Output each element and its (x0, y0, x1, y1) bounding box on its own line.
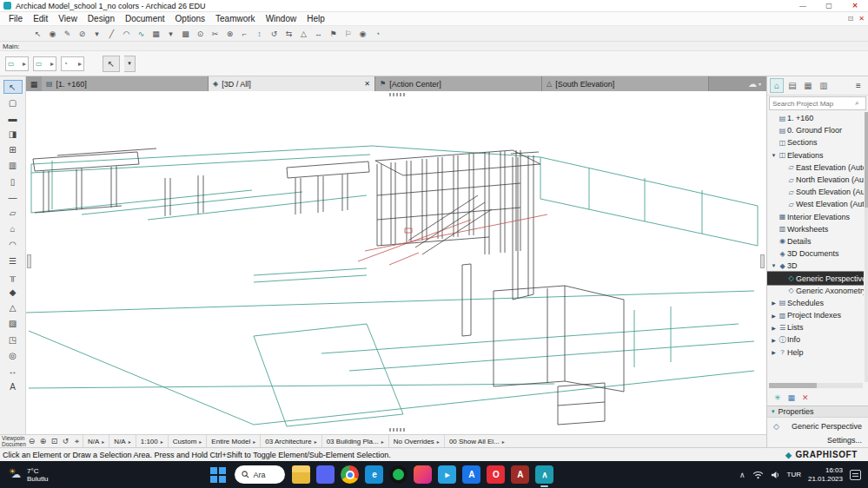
tree-item-info[interactable]: ▶ⓘInfo (767, 333, 864, 346)
text-tool[interactable]: A (4, 381, 22, 393)
chevron-right-icon[interactable]: ▶ (770, 300, 778, 306)
tree-item-schedules[interactable]: ▶▤Schedules (767, 297, 864, 309)
chevron-down-icon[interactable]: ▼ (770, 263, 778, 268)
wifi-icon[interactable] (752, 471, 764, 479)
zone-tool[interactable]: ▨ (4, 318, 22, 330)
quick-select-icon[interactable]: ◉ (46, 27, 59, 40)
tree-item-west-elevation-auto[interactable]: ▱West Elevation (Auto-... (767, 198, 864, 210)
tree-item-lists[interactable]: ▶☰Lists (767, 321, 864, 333)
pen-set-select[interactable]: 03 Building Pla...▸ (321, 435, 388, 447)
menu-window[interactable]: Window (261, 14, 302, 23)
teamwork-cloud-button[interactable]: ☁ ▾ (743, 76, 766, 91)
grid-settings-icon[interactable]: ▦ (788, 393, 796, 402)
tree-item-elevations[interactable]: ▼◫Elevations (767, 149, 864, 162)
start-button[interactable] (209, 465, 228, 485)
menu-design[interactable]: Design (83, 14, 120, 23)
spotify-icon[interactable] (389, 465, 407, 484)
zoom-out-icon[interactable]: ⊖ (26, 437, 37, 446)
language-indicator[interactable]: TUR (787, 471, 801, 478)
tab-close-icon[interactable]: ✕ (364, 80, 370, 88)
tab-action-center[interactable]: ⚑[Action Center] (375, 76, 542, 91)
selection-dropdown-icon[interactable]: ▾ (90, 27, 103, 40)
curtain-wall-tool[interactable]: ▥ (4, 160, 22, 172)
popup-navigator-icon[interactable]: ▦ (26, 76, 42, 91)
3d-viewport[interactable] (26, 91, 766, 434)
tree-item-3d[interactable]: ▼◆3D (767, 260, 864, 272)
settings-link[interactable]: Settings... (827, 436, 862, 445)
chrome-icon[interactable] (341, 465, 359, 484)
chevron-right-icon[interactable]: ▶ (770, 337, 778, 343)
properties-view-row[interactable]: ◇ Generic Perspective (767, 419, 868, 433)
maximize-button[interactable]: ▢ (816, 2, 842, 10)
project-map-search[interactable]: ⌕ (769, 96, 866, 110)
split-icon[interactable]: ✂ (209, 27, 222, 40)
chevron-right-icon[interactable]: ▶ (770, 349, 778, 355)
tree-item-south-elevation-auto[interactable]: ▱South Elevation (Auto... (767, 186, 864, 198)
grid-snap-icon[interactable]: ▦ (149, 27, 162, 40)
renovation-filter-select[interactable]: 00 Show All El...▸ (444, 435, 509, 447)
layout-book-icon[interactable]: ▦ (802, 79, 814, 92)
music-app-icon[interactable] (414, 465, 432, 484)
door-tool[interactable]: ◨ (4, 129, 22, 141)
layer-combination-select[interactable]: 03 Architecture▸ (260, 435, 321, 447)
scale-select[interactable]: 1:100▸ (136, 435, 168, 447)
splitter-handle-right[interactable] (760, 254, 765, 268)
tree-item-help[interactable]: ▶?Help (767, 346, 864, 359)
chevron-right-icon[interactable]: ▶ (770, 325, 778, 331)
morph-tool[interactable]: ◆ (4, 286, 22, 298)
slab-tool[interactable]: ▱ (4, 208, 22, 220)
adjust-icon[interactable]: ↕ (253, 27, 266, 40)
arrow-tool-button[interactable]: ↖ (103, 56, 120, 72)
drag-handle-bottom[interactable] (389, 428, 405, 432)
app-store-icon[interactable]: A (462, 465, 480, 484)
menu-help[interactable]: Help (301, 14, 330, 23)
drag-handle-top[interactable] (389, 93, 405, 96)
favorites-icon[interactable]: ✳ (774, 393, 781, 402)
tree-item-sections[interactable]: ◫Sections (767, 136, 864, 148)
marquee-tool[interactable]: ▢ (4, 96, 22, 109)
tree-item-east-elevation-auto[interactable]: ▱East Elevation (Auto-... (767, 162, 864, 174)
menu-file[interactable]: File (3, 14, 28, 23)
notification-center-icon[interactable] (850, 470, 861, 480)
tree-scrollbar-horizontal[interactable] (769, 383, 863, 388)
lamp-tool[interactable]: ◎ (4, 349, 22, 361)
tab-south-elevation[interactable]: △[South Elevation] (542, 76, 709, 91)
view-map-icon[interactable]: ▤ (786, 79, 798, 92)
wall-tool[interactable]: ▬ (4, 112, 22, 124)
quick-option-na-2[interactable]: N/A▸ (109, 435, 135, 447)
doc-close-icon[interactable]: ✕ (858, 15, 865, 23)
pen-icon[interactable]: ✎ (61, 27, 74, 40)
marker-flag-icon[interactable]: ⚑ (327, 27, 340, 40)
chevron-right-icon[interactable]: ▶ (770, 313, 778, 319)
search-input[interactable] (770, 100, 855, 108)
object-tool[interactable]: ◳ (4, 333, 22, 346)
fit-view-icon[interactable]: ⊡ (49, 437, 60, 446)
structure-display-select[interactable]: Entire Model▸ (206, 435, 260, 447)
mirror-icon[interactable]: ⇆ (282, 27, 295, 40)
tree-item-generic-axonometry[interactable]: ◇Generic Axonometry (767, 285, 864, 297)
eraser-icon[interactable]: ⊘ (76, 27, 89, 40)
select-tool[interactable]: ↖ (4, 81, 22, 93)
arc-tool-icon[interactable]: ◠ (120, 27, 133, 40)
fill-tool-icon[interactable]: ▩ (179, 27, 192, 40)
autocad-icon[interactable]: A (511, 465, 529, 484)
volume-icon[interactable] (771, 471, 780, 479)
camera-icon[interactable]: ◉ (356, 27, 369, 40)
pan-icon[interactable]: ⌖ (71, 437, 83, 446)
zoom-level-select[interactable]: Custom▸ (168, 435, 207, 447)
tree-item-project-indexes[interactable]: ▶▥Project Indexes (767, 309, 864, 321)
graphic-override-select[interactable]: No Overrides▸ (388, 435, 444, 447)
close-button[interactable]: ✕ (842, 2, 868, 10)
intersect-icon[interactable]: ⊗ (223, 27, 236, 40)
roof-tool[interactable]: ⌂ (4, 223, 22, 235)
arrow-plus-icon[interactable]: ↖ (31, 27, 44, 40)
grid-dropdown-icon[interactable]: ▾ (164, 27, 177, 40)
chevron-down-icon[interactable]: ▼ (770, 153, 778, 158)
opera-icon[interactable]: O (487, 465, 505, 484)
layout-combo-2[interactable]: ▭▸ (33, 56, 56, 71)
hidden-icons-chevron-icon[interactable]: ∧ (739, 471, 745, 479)
tree-item-1-160[interactable]: ▤1. +160 (767, 112, 864, 124)
view-combo[interactable]: ◔▸ (61, 56, 84, 71)
tree-item-worksheets[interactable]: ▥Worksheets (767, 223, 864, 235)
menu-document[interactable]: Document (120, 14, 170, 23)
